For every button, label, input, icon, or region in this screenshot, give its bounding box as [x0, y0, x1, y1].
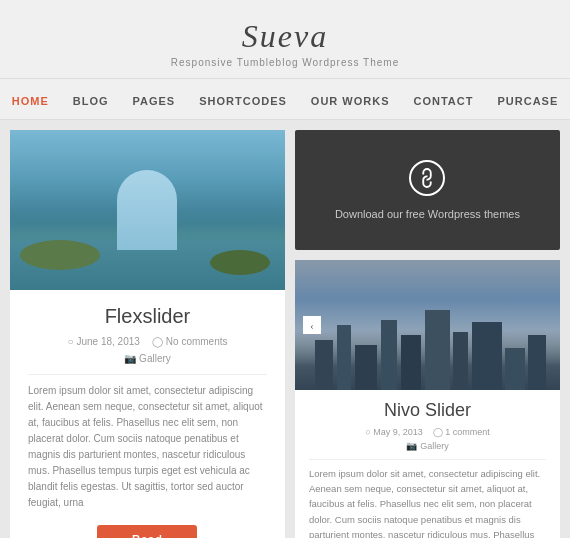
- left-post-category: 📷 Gallery: [28, 353, 267, 364]
- right-post-title: Nivo Slider: [309, 400, 546, 421]
- nav-purcase[interactable]: PURCASE: [497, 95, 558, 107]
- main-content: Flexslider ○ June 18, 2013 ◯ No comments…: [0, 120, 570, 538]
- building-3: [355, 345, 377, 390]
- right-camera-icon: 📷: [406, 441, 417, 451]
- post-date: ○ June 18, 2013: [67, 336, 139, 347]
- right-post-date: ○ May 9, 2013: [365, 427, 422, 437]
- right-post: ‹ Nivo Slider ○ May 9, 2013 ◯ 1 comment …: [295, 260, 560, 538]
- post-comments: ◯ No comments: [152, 336, 228, 347]
- post-divider: [28, 374, 267, 375]
- rock-right: [210, 250, 270, 275]
- nav-blog[interactable]: BLOG: [73, 95, 109, 107]
- site-tagline: Responsive Tumbleblog Wordpress Theme: [0, 57, 570, 68]
- main-nav: HOME BLOG PAGES SHORTCODES OUR WORKS CON…: [0, 79, 570, 120]
- comment-icon: ◯: [152, 336, 163, 347]
- building-9: [505, 348, 525, 390]
- right-post-text: Lorem ipsum dolor sit amet, consectetur …: [309, 466, 546, 538]
- right-post-meta: ○ May 9, 2013 ◯ 1 comment: [309, 427, 546, 437]
- clock-icon: ○: [67, 336, 73, 347]
- site-title: Sueva: [0, 18, 570, 55]
- right-comment-icon: ◯: [433, 427, 443, 437]
- building-10: [528, 335, 546, 390]
- left-post-title: Flexslider: [28, 305, 267, 328]
- nav-our-works[interactable]: OUR WORKS: [311, 95, 390, 107]
- right-post-content: Nivo Slider ○ May 9, 2013 ◯ 1 comment 📷 …: [295, 390, 560, 538]
- rock-left: [20, 240, 100, 270]
- building-5: [401, 335, 421, 390]
- camera-icon: 📷: [124, 353, 136, 364]
- nav-shortcodes[interactable]: SHORTCODES: [199, 95, 287, 107]
- right-post-divider: [309, 459, 546, 460]
- nav-contact[interactable]: CONTACT: [414, 95, 474, 107]
- building-4: [381, 320, 397, 390]
- right-clock-icon: ○: [365, 427, 370, 437]
- left-post-text: Lorem ipsum dolor sit amet, consectetur …: [28, 383, 267, 511]
- download-banner[interactable]: Download our free Wordpress themes: [295, 130, 560, 250]
- city-image: ‹: [295, 260, 560, 390]
- right-col: Download our free Wordpress themes ‹ Niv…: [295, 130, 560, 538]
- read-more-button[interactable]: Read More: [97, 525, 197, 538]
- left-post-meta: ○ June 18, 2013 ◯ No comments: [28, 336, 267, 347]
- download-text: Download our free Wordpress themes: [335, 208, 520, 220]
- prev-arrow[interactable]: ‹: [303, 316, 321, 334]
- building-7: [453, 332, 468, 390]
- nav-pages[interactable]: PAGES: [133, 95, 176, 107]
- left-post: Flexslider ○ June 18, 2013 ◯ No comments…: [10, 130, 285, 538]
- building-8: [472, 322, 502, 390]
- link-icon: [402, 153, 453, 204]
- building-6: [425, 310, 450, 390]
- site-header: Sueva Responsive Tumbleblog Wordpress Th…: [0, 0, 570, 79]
- building-1: [315, 340, 333, 390]
- right-post-comments: ◯ 1 comment: [433, 427, 490, 437]
- right-post-category: 📷 Gallery: [309, 441, 546, 451]
- nav-home[interactable]: HOME: [12, 95, 49, 107]
- waterfall-image: [10, 130, 285, 290]
- left-post-content: Flexslider ○ June 18, 2013 ◯ No comments…: [10, 290, 285, 538]
- building-2: [337, 325, 351, 390]
- post-image-waterfall: [10, 130, 285, 290]
